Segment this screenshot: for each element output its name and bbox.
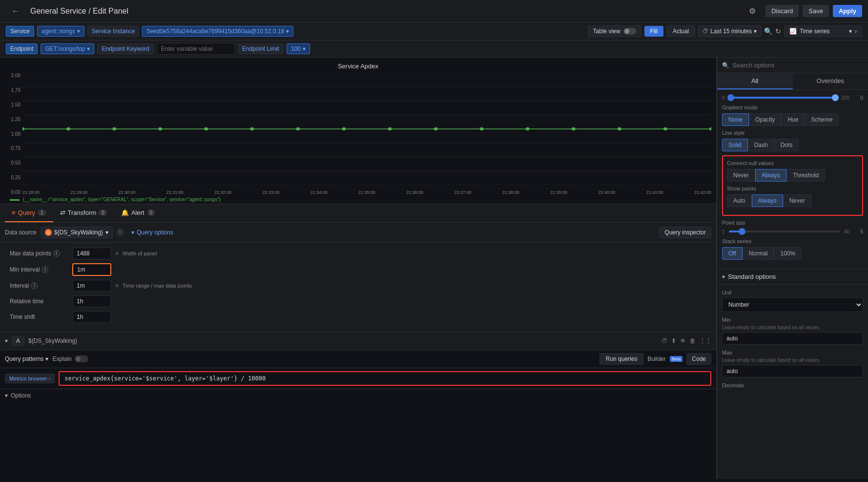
decimals-label: Decimals xyxy=(722,382,863,388)
show-points-group: Auto Always Never xyxy=(727,194,858,207)
gradient-scheme-button[interactable]: Scheme xyxy=(805,113,839,126)
zoom-out-icon[interactable]: 🔍 xyxy=(764,27,772,35)
datasource-selector[interactable]: S ${DS_SkyWalking} ▾ xyxy=(41,227,113,238)
line-dash-button[interactable]: Dash xyxy=(748,139,774,151)
endpoint-limit-filter[interactable]: Endpoint Limit xyxy=(238,43,284,54)
search-options-input[interactable] xyxy=(732,62,863,69)
top-bar: ← General Service / Edit Panel ⚙ Discard… xyxy=(0,0,868,22)
min-interval-info-icon[interactable]: i xyxy=(41,266,48,273)
stack-off-button[interactable]: Off xyxy=(722,247,743,260)
chart-inner xyxy=(22,73,711,185)
endpoint-value[interactable]: GET:/songs/top ▾ xyxy=(41,43,94,54)
points-auto-button[interactable]: Auto xyxy=(727,194,752,207)
chart-svg xyxy=(22,73,711,185)
query-a-drag-icon[interactable]: ⋮⋮ xyxy=(700,337,711,344)
stack-normal-button[interactable]: Normal xyxy=(743,247,774,260)
min-input[interactable] xyxy=(722,332,863,345)
query-a-export-icon[interactable]: ⬆ xyxy=(671,337,676,344)
discard-button[interactable]: Discard xyxy=(765,5,799,17)
unit-select[interactable]: Number xyxy=(722,297,863,312)
refresh-icon[interactable]: ↻ xyxy=(775,27,781,35)
gradient-opacity-button[interactable]: Opacity xyxy=(749,113,782,126)
time-range-selector[interactable]: ⏱ Last 15 minutes ▾ xyxy=(698,25,761,37)
tab-query[interactable]: ≡ Query 1 xyxy=(5,204,53,222)
query-patterns-row: Query patterns ▾ Explain Run queries Bui… xyxy=(0,350,716,368)
service-instance-filter[interactable]: Service Instance xyxy=(87,26,140,37)
slider1-track[interactable] xyxy=(729,97,838,99)
query-a-row: ▾ A ${DS_SkyWalking} ⏱ ⬆ 👁 🗑 ⋮⋮ xyxy=(0,332,716,350)
interval-info-icon[interactable]: i xyxy=(31,282,38,289)
interval-input[interactable] xyxy=(72,280,111,292)
points-always-button[interactable]: Always xyxy=(752,194,783,207)
standard-options-header[interactable]: ▾ Standard options xyxy=(717,269,868,285)
save-button[interactable]: Save xyxy=(803,5,829,17)
point-size-knob[interactable] xyxy=(739,228,745,235)
tab-all[interactable]: All xyxy=(717,73,793,89)
stack-series-label: Stack series xyxy=(722,238,863,244)
apply-button[interactable]: Apply xyxy=(833,5,862,17)
agent-songs-filter[interactable]: agent::songs ▾ xyxy=(37,26,84,37)
service-instance-value[interactable]: 5eed0e5758a244aca6e7699415d360aa@10.52.0… xyxy=(142,26,293,37)
explain-toggle[interactable]: Explain xyxy=(52,356,88,362)
time-shift-input[interactable] xyxy=(72,311,111,323)
chart-area: Service Apdex 2.00 1.75 1.50 1.25 1.00 0… xyxy=(0,58,717,479)
actual-button[interactable]: Actual xyxy=(666,25,695,37)
settings-icon[interactable]: ⚙ xyxy=(743,4,762,18)
chart-title: Service Apdex xyxy=(5,63,711,70)
query-patterns-selector[interactable]: Query patterns ▾ xyxy=(5,356,48,362)
line-solid-button[interactable]: Solid xyxy=(722,139,748,151)
svg-point-18 xyxy=(434,127,438,130)
stack-series-group: Off Normal 100% xyxy=(722,247,863,260)
query-a-time-icon[interactable]: ⏱ xyxy=(661,337,667,344)
table-view-toggle[interactable]: Table view xyxy=(588,25,641,37)
query-a-toggle[interactable]: ▾ xyxy=(5,337,8,344)
gradient-none-button[interactable]: None xyxy=(722,113,749,126)
min-interval-row: Min interval i xyxy=(10,263,706,276)
fill-button[interactable]: Fill xyxy=(644,26,663,37)
metrics-browser-button[interactable]: Metrics browser › xyxy=(5,374,55,383)
points-never-button[interactable]: Never xyxy=(783,194,811,207)
code-button[interactable]: Code xyxy=(686,353,711,365)
point-size-row: 1 40 5 xyxy=(722,229,863,234)
endpoint-limit-value[interactable]: 100 ▾ xyxy=(287,43,310,54)
tab-transform[interactable]: ⇄ Transform 0 xyxy=(53,204,114,222)
query-options-toggle[interactable]: ▾ Query options xyxy=(131,229,173,236)
line-dots-button[interactable]: Dots xyxy=(774,139,799,151)
search-icon: 🔍 xyxy=(722,62,729,69)
svg-point-13 xyxy=(204,127,208,130)
back-button[interactable]: ← xyxy=(6,4,25,18)
standard-options-title: Standard options xyxy=(728,273,776,280)
gradient-hue-button[interactable]: Hue xyxy=(781,113,805,126)
connect-threshold-button[interactable]: Threshold xyxy=(786,169,825,182)
datasource-info-icon[interactable]: i xyxy=(117,229,124,236)
point-size-track[interactable] xyxy=(729,231,840,232)
visualization-selector[interactable]: 📈 Time series ▾ › xyxy=(784,25,862,37)
options-row[interactable]: ▾ Options xyxy=(0,389,716,402)
stack-100-button[interactable]: 100% xyxy=(774,247,802,260)
max-data-points-input[interactable] xyxy=(72,248,111,259)
run-queries-button[interactable]: Run queries xyxy=(599,353,644,365)
slider1-knob[interactable] xyxy=(727,94,734,101)
query-section: Data source S ${DS_SkyWalking} ▾ i ▾ Que… xyxy=(0,223,716,479)
max-input[interactable] xyxy=(722,365,863,377)
chart-panel: Service Apdex 2.00 1.75 1.50 1.25 1.00 0… xyxy=(0,58,716,204)
table-view-toggle-dot[interactable] xyxy=(623,28,636,35)
min-interval-input[interactable] xyxy=(72,263,111,276)
connect-never-button[interactable]: Never xyxy=(727,169,755,182)
endpoint-keyword-input[interactable] xyxy=(157,43,235,55)
endpoint-keyword-filter[interactable]: Endpoint Keyword xyxy=(97,43,153,54)
endpoint-filter[interactable]: Endpoint xyxy=(6,43,38,54)
max-data-points-info-icon[interactable]: i xyxy=(53,250,60,257)
service-filter[interactable]: Service xyxy=(6,26,34,37)
connect-always-button[interactable]: Always xyxy=(755,169,786,182)
relative-time-input[interactable] xyxy=(72,295,111,307)
query-a-badge: A xyxy=(12,336,24,346)
query-a-delete-icon[interactable]: 🗑 xyxy=(690,337,696,344)
query-code-box[interactable]: service_apdex{service='$service', layer=… xyxy=(59,371,711,386)
slider1-knob-right[interactable] xyxy=(832,94,839,101)
tab-overrides[interactable]: Overrides xyxy=(793,73,868,89)
tab-alert[interactable]: 🔔 Alert 0 xyxy=(114,204,162,222)
query-inspector-button[interactable]: Query inspector xyxy=(659,227,711,238)
explain-toggle-dot[interactable] xyxy=(75,356,88,362)
query-a-eye-icon[interactable]: 👁 xyxy=(680,337,686,344)
